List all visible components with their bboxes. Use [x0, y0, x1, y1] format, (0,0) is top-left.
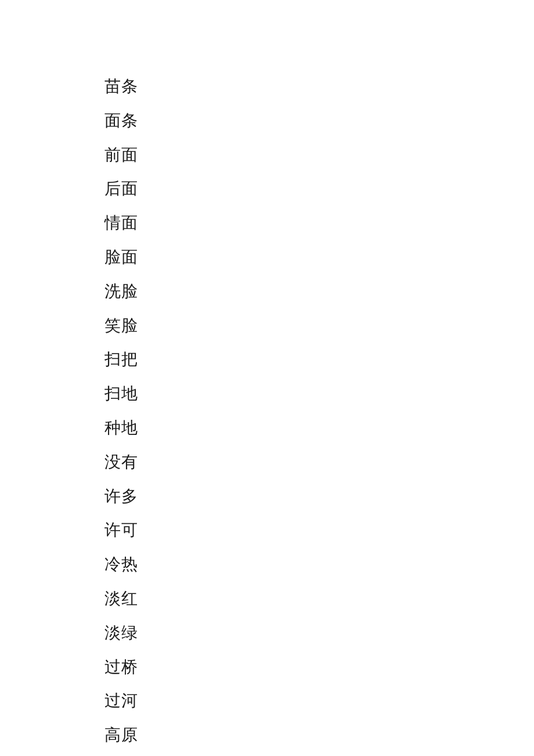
list-item: 笑脸 — [104, 309, 534, 343]
list-item: 原因 — [104, 753, 534, 756]
list-item: 过河 — [104, 684, 534, 718]
list-item: 冷热 — [104, 548, 534, 582]
list-item: 过桥 — [104, 650, 534, 685]
list-item: 前面 — [104, 138, 534, 172]
list-item: 许可 — [104, 513, 534, 548]
list-item: 洗脸 — [104, 275, 534, 309]
list-item: 情面 — [104, 206, 534, 240]
list-item: 后面 — [104, 172, 534, 206]
list-item: 脸面 — [104, 240, 534, 275]
list-item: 许多 — [104, 480, 534, 514]
list-item: 扫地 — [104, 377, 534, 411]
list-item: 淡绿 — [104, 616, 534, 650]
main-content: 苗条面条前面后面情面脸面洗脸笑脸扫把扫地种地没有许多许可冷热淡红淡绿过桥过河高原… — [0, 0, 534, 756]
word-list: 苗条面条前面后面情面脸面洗脸笑脸扫把扫地种地没有许多许可冷热淡红淡绿过桥过河高原… — [104, 70, 534, 756]
list-item: 面条 — [104, 104, 534, 138]
list-item: 种地 — [104, 411, 534, 445]
list-item: 高原 — [104, 718, 534, 753]
list-item: 扫把 — [104, 343, 534, 377]
list-item: 苗条 — [104, 70, 534, 104]
list-item: 淡红 — [104, 582, 534, 616]
list-item: 没有 — [104, 445, 534, 480]
